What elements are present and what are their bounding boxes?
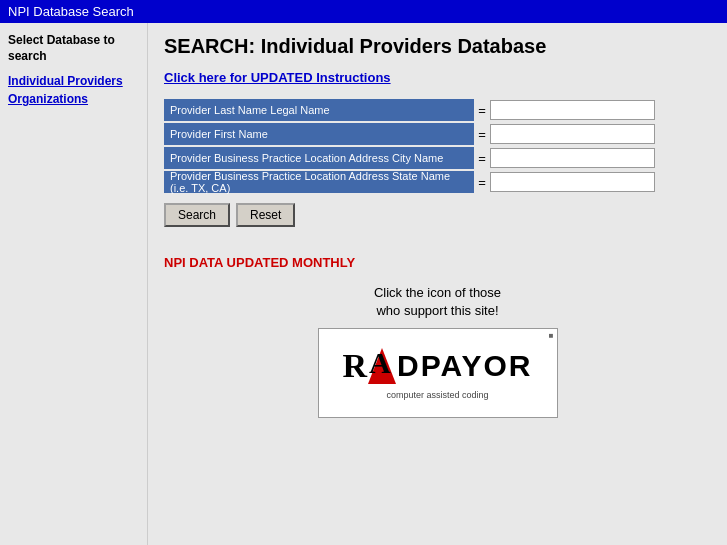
input-state[interactable]	[490, 172, 655, 192]
sponsor-banner[interactable]: R A DPAYOR computer assisted coding ■	[318, 328, 558, 418]
equals-sign-1: =	[474, 103, 490, 118]
sponsor-logo: R A DPAYOR	[343, 346, 533, 386]
field-label-state: Provider Business Practice Location Addr…	[164, 171, 474, 193]
search-button[interactable]: Search	[164, 203, 230, 227]
sponsor-text: Click the icon of thosewho support this …	[374, 284, 501, 320]
field-row-first-name: Provider First Name =	[164, 123, 711, 145]
page-heading: SEARCH: Individual Providers Database	[164, 35, 711, 58]
reset-button[interactable]: Reset	[236, 203, 295, 227]
field-label-last-name: Provider Last Name Legal Name	[164, 99, 474, 121]
field-row-city: Provider Business Practice Location Addr…	[164, 147, 711, 169]
sidebar-title: Select Database to search	[8, 33, 139, 64]
search-form: Provider Last Name Legal Name = Provider…	[164, 99, 711, 227]
equals-sign-2: =	[474, 127, 490, 142]
title-bar: NPI Database Search	[0, 0, 727, 23]
sidebar-item-individual-providers[interactable]: Individual Providers	[8, 74, 139, 88]
equals-sign-3: =	[474, 151, 490, 166]
title-bar-label: NPI Database Search	[8, 4, 134, 19]
input-first-name[interactable]	[490, 124, 655, 144]
sponsor-section: Click the icon of thosewho support this …	[164, 284, 711, 418]
banner-corner-icon: ■	[549, 331, 554, 340]
equals-sign-4: =	[474, 175, 490, 190]
field-row-last-name: Provider Last Name Legal Name =	[164, 99, 711, 121]
instructions-link[interactable]: Click here for UPDATED Instructions	[164, 70, 711, 85]
main-content: SEARCH: Individual Providers Database Cl…	[148, 23, 727, 545]
field-label-city: Provider Business Practice Location Addr…	[164, 147, 474, 169]
input-last-name[interactable]	[490, 100, 655, 120]
sidebar-item-organizations[interactable]: Organizations	[8, 92, 139, 106]
buttons-row: Search Reset	[164, 203, 711, 227]
sidebar: Select Database to search Individual Pro…	[0, 23, 148, 545]
update-notice: NPI DATA UPDATED MONTHLY	[164, 255, 711, 270]
input-city[interactable]	[490, 148, 655, 168]
field-row-state: Provider Business Practice Location Addr…	[164, 171, 711, 193]
sponsor-sub-text: computer assisted coding	[386, 390, 488, 400]
sponsor-banner-inner: R A DPAYOR computer assisted coding	[319, 329, 557, 417]
field-label-first-name: Provider First Name	[164, 123, 474, 145]
